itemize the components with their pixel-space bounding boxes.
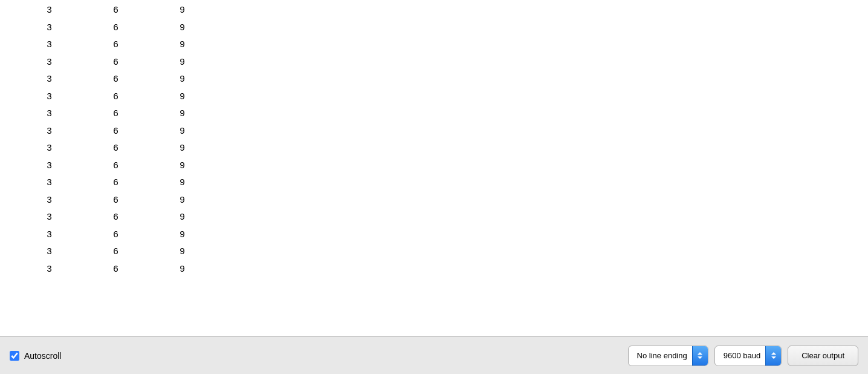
line-ending-select-wrapper[interactable]: No line ending: [628, 346, 708, 366]
baud-rate-label: 9600 baud: [715, 346, 765, 366]
output-cell: 3: [10, 140, 76, 158]
output-cell: 6: [76, 175, 143, 192]
table-row: 369: [0, 140, 868, 158]
output-lines: 3693693693693693693693693693693693693693…: [0, 2, 868, 278]
baud-rate-up-icon: [771, 352, 776, 355]
output-cell: 3: [10, 123, 76, 141]
output-cell: 6: [76, 209, 143, 227]
baud-rate-stepper[interactable]: [765, 346, 781, 366]
table-row: 369: [0, 261, 868, 279]
output-cell: 9: [143, 20, 209, 38]
output-cell: 9: [143, 261, 209, 279]
output-cell: 3: [10, 37, 76, 54]
baud-rate-select-wrapper[interactable]: 9600 baud: [714, 346, 782, 366]
output-cell: 9: [143, 175, 209, 192]
output-cell: 6: [76, 20, 143, 38]
table-row: 369: [0, 54, 868, 72]
output-cell: 6: [76, 89, 143, 107]
output-cell: 9: [143, 158, 209, 176]
output-cell: 6: [76, 54, 143, 72]
line-ending-down-icon: [698, 356, 702, 359]
output-cell: 9: [143, 123, 209, 141]
output-cell: 6: [76, 192, 143, 210]
output-cell: 6: [76, 261, 143, 279]
output-cell: 3: [10, 192, 76, 210]
output-cell: 9: [143, 244, 209, 261]
autoscroll-container: Autoscroll: [10, 351, 621, 361]
clear-output-button[interactable]: Clear output: [788, 346, 858, 366]
output-cell: 9: [143, 71, 209, 89]
output-cell: 6: [76, 123, 143, 141]
output-cell: 6: [76, 140, 143, 158]
output-cell: 9: [143, 89, 209, 107]
line-ending-label: No line ending: [629, 346, 692, 366]
table-row: 369: [0, 106, 868, 123]
table-row: 369: [0, 227, 868, 244]
output-cell: 9: [143, 227, 209, 244]
output-cell: 6: [76, 244, 143, 261]
output-cell: 3: [10, 2, 76, 20]
output-cell: 6: [76, 158, 143, 176]
table-row: 369: [0, 192, 868, 210]
output-cell: 3: [10, 244, 76, 261]
table-row: 369: [0, 244, 868, 261]
toolbar-right: No line ending 9600 baud Clear output: [628, 346, 858, 366]
table-row: 369: [0, 123, 868, 141]
baud-rate-down-icon: [771, 356, 776, 359]
output-cell: 3: [10, 158, 76, 176]
serial-monitor: 3693693693693693693693693693693693693693…: [0, 0, 868, 374]
output-cell: 3: [10, 106, 76, 123]
output-cell: 3: [10, 20, 76, 38]
autoscroll-checkbox[interactable]: [10, 351, 19, 361]
table-row: 369: [0, 175, 868, 192]
output-cell: 6: [76, 2, 143, 20]
line-ending-up-icon: [698, 352, 702, 355]
table-row: 369: [0, 37, 868, 54]
line-ending-stepper[interactable]: [692, 346, 708, 366]
output-cell: 9: [143, 209, 209, 227]
output-cell: 9: [143, 140, 209, 158]
output-cell: 6: [76, 227, 143, 244]
autoscroll-label[interactable]: Autoscroll: [24, 351, 61, 361]
output-cell: 3: [10, 175, 76, 192]
output-cell: 3: [10, 227, 76, 244]
output-cell: 9: [143, 54, 209, 72]
output-cell: 9: [143, 192, 209, 210]
output-cell: 3: [10, 89, 76, 107]
output-cell: 3: [10, 209, 76, 227]
table-row: 369: [0, 89, 868, 107]
output-cell: 9: [143, 2, 209, 20]
output-cell: 3: [10, 261, 76, 279]
table-row: 369: [0, 158, 868, 176]
table-row: 369: [0, 2, 868, 20]
output-cell: 9: [143, 106, 209, 123]
table-row: 369: [0, 209, 868, 227]
output-cell: 6: [76, 71, 143, 89]
output-cell: 6: [76, 106, 143, 123]
table-row: 369: [0, 71, 868, 89]
output-area[interactable]: 3693693693693693693693693693693693693693…: [0, 0, 868, 336]
output-cell: 3: [10, 71, 76, 89]
toolbar: Autoscroll No line ending 9600 baud Clea…: [0, 336, 868, 374]
output-cell: 3: [10, 54, 76, 72]
output-cell: 9: [143, 37, 209, 54]
table-row: 369: [0, 20, 868, 38]
output-cell: 6: [76, 37, 143, 54]
